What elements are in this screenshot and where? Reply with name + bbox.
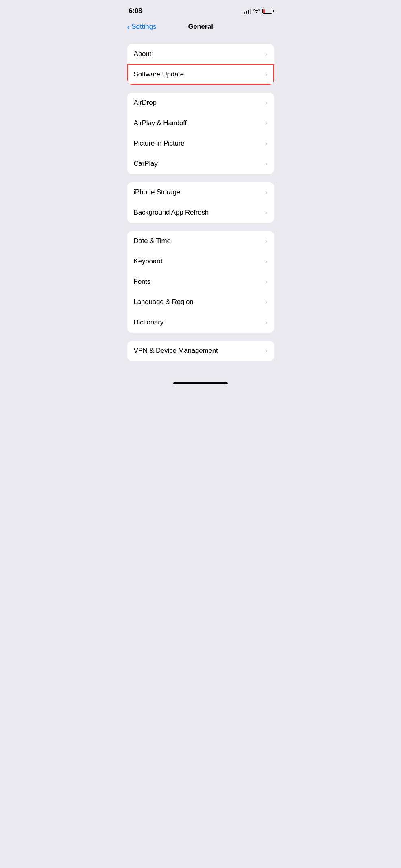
language-region-item[interactable]: Language & Region › <box>127 292 274 312</box>
picture-in-picture-chevron-icon: › <box>265 139 268 148</box>
date-time-label: Date & Time <box>134 237 171 245</box>
about-label: About <box>134 50 151 58</box>
dictionary-label: Dictionary <box>134 318 164 326</box>
background-app-refresh-item[interactable]: Background App Refresh › <box>127 202 274 223</box>
about-item[interactable]: About › <box>127 44 274 64</box>
iphone-storage-item[interactable]: iPhone Storage › <box>127 182 274 202</box>
software-update-chevron-icon: › <box>265 70 268 78</box>
software-update-item[interactable]: Software Update › <box>127 64 274 85</box>
status-time: 6:08 <box>129 7 142 15</box>
battery-fill <box>263 9 265 13</box>
home-indicator <box>121 379 281 387</box>
back-button[interactable]: ‹ Settings <box>127 23 157 31</box>
airplay-handoff-label: AirPlay & Handoff <box>134 119 187 127</box>
airplay-handoff-item[interactable]: AirPlay & Handoff › <box>127 113 274 133</box>
fonts-chevron-icon: › <box>265 278 268 286</box>
about-chevron-icon: › <box>265 50 268 58</box>
vpn-device-management-label: VPN & Device Management <box>134 347 218 355</box>
back-label: Settings <box>131 23 156 31</box>
airdrop-chevron-icon: › <box>265 99 268 107</box>
section-storage: iPhone Storage › Background App Refresh … <box>127 182 274 223</box>
background-app-refresh-label: Background App Refresh <box>134 209 209 217</box>
status-icons <box>244 8 272 14</box>
keyboard-label: Keyboard <box>134 257 163 265</box>
settings-content: About › Software Update › AirDrop › AirP… <box>121 37 281 376</box>
keyboard-chevron-icon: › <box>265 257 268 265</box>
page-title: General <box>188 23 213 31</box>
vpn-device-management-item[interactable]: VPN & Device Management › <box>127 341 274 361</box>
signal-bar-1 <box>244 12 245 14</box>
date-time-chevron-icon: › <box>265 237 268 245</box>
keyboard-item[interactable]: Keyboard › <box>127 251 274 272</box>
battery-body <box>262 9 272 14</box>
dictionary-item[interactable]: Dictionary › <box>127 312 274 333</box>
language-region-chevron-icon: › <box>265 298 268 306</box>
status-bar: 6:08 <box>121 0 281 20</box>
section-about-software: About › Software Update › <box>127 44 274 85</box>
fonts-label: Fonts <box>134 278 151 286</box>
section-vpn: VPN & Device Management › <box>127 341 274 361</box>
wifi-icon <box>253 8 260 14</box>
back-chevron-icon: ‹ <box>127 23 130 31</box>
signal-bar-4 <box>250 9 251 14</box>
signal-bar-3 <box>248 10 249 14</box>
iphone-storage-label: iPhone Storage <box>134 188 180 196</box>
airdrop-label: AirDrop <box>134 99 157 107</box>
airdrop-item[interactable]: AirDrop › <box>127 93 274 113</box>
signal-bar-2 <box>246 11 247 14</box>
background-app-refresh-chevron-icon: › <box>265 209 268 217</box>
airplay-handoff-chevron-icon: › <box>265 119 268 127</box>
fonts-item[interactable]: Fonts › <box>127 272 274 292</box>
iphone-storage-chevron-icon: › <box>265 188 268 196</box>
nav-header: ‹ Settings General <box>121 20 281 37</box>
date-time-item[interactable]: Date & Time › <box>127 231 274 251</box>
carplay-item[interactable]: CarPlay › <box>127 154 274 174</box>
carplay-label: CarPlay <box>134 160 158 168</box>
section-locale: Date & Time › Keyboard › Fonts › Languag… <box>127 231 274 333</box>
home-bar <box>173 382 228 384</box>
picture-in-picture-label: Picture in Picture <box>134 139 185 148</box>
dictionary-chevron-icon: › <box>265 318 268 326</box>
picture-in-picture-item[interactable]: Picture in Picture › <box>127 133 274 154</box>
carplay-chevron-icon: › <box>265 160 268 168</box>
software-update-label: Software Update <box>134 70 184 78</box>
language-region-label: Language & Region <box>134 298 194 306</box>
section-airplay: AirDrop › AirPlay & Handoff › Picture in… <box>127 93 274 174</box>
battery-icon <box>262 9 272 14</box>
vpn-device-management-chevron-icon: › <box>265 347 268 355</box>
signal-bars-icon <box>244 8 251 14</box>
